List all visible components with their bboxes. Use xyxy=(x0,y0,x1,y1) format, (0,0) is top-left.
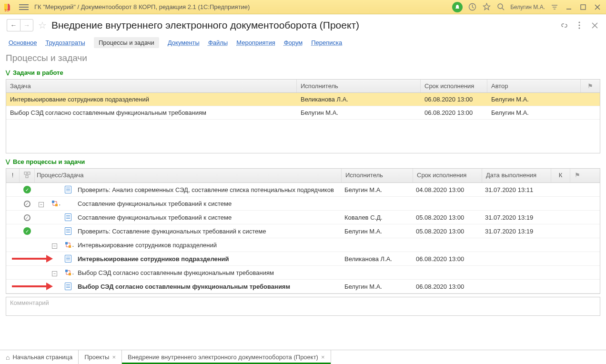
cell-tree-a: − xyxy=(35,198,48,209)
link-icon[interactable] xyxy=(559,20,569,30)
close-icon[interactable] xyxy=(590,20,599,30)
cell-due: 04.08.2020 13:00 xyxy=(413,184,482,195)
cell-flag xyxy=(581,106,600,119)
user-name[interactable]: Белугин М.А. xyxy=(510,4,545,10)
cell-k xyxy=(551,215,570,219)
cell-due: 06.08.2020 13:00 xyxy=(421,93,487,106)
col-name[interactable]: Процесс/Задача xyxy=(35,169,342,182)
cell-k xyxy=(551,257,570,261)
tab-4[interactable]: Файлы xyxy=(208,39,228,46)
cell-name: Интервьюирование сотрудников подразделен… xyxy=(75,253,342,264)
tab-6[interactable]: Форум xyxy=(284,39,303,46)
search-icon[interactable] xyxy=(496,2,505,12)
bottom-tab-0[interactable]: ⌂Начальная страница xyxy=(0,350,79,364)
col-executor[interactable]: Исполнитель xyxy=(297,80,421,92)
cell-flag xyxy=(570,229,585,233)
table-row[interactable]: Интервьюирование сотрудников подразделен… xyxy=(6,93,600,106)
col-due[interactable]: Срок исполнения xyxy=(421,80,487,92)
bottom-tab-1[interactable]: Проекты× xyxy=(79,350,122,364)
nav-forward-button[interactable]: → xyxy=(20,19,33,31)
cell-executor: Великанова Л.А. xyxy=(342,253,413,264)
tab-2[interactable]: Процессы и задачи xyxy=(94,37,159,48)
cell-k xyxy=(551,202,570,205)
comment-input[interactable]: Комментарий xyxy=(6,297,600,316)
settings-icon[interactable] xyxy=(550,2,559,12)
cell-tree-b xyxy=(48,215,61,219)
col-status[interactable] xyxy=(20,169,35,182)
close-tab-icon[interactable]: × xyxy=(112,354,116,361)
notifications-button[interactable] xyxy=(452,2,463,12)
tasks-in-progress-label: Задачи в работе xyxy=(13,69,63,76)
col-author[interactable]: Автор xyxy=(487,80,581,92)
cell-due: 05.08.2020 13:00 xyxy=(413,212,482,223)
cell-name: Выбор СЭД согласно составленным функцион… xyxy=(75,267,342,278)
cell-flag xyxy=(570,257,585,261)
bottom-tab-2[interactable]: Внедрение внутреннего электронного докум… xyxy=(122,350,331,364)
close-tab-icon[interactable]: × xyxy=(321,354,325,361)
cell-tree-c xyxy=(61,202,75,205)
page-title: Внедрение внутреннего электронного докум… xyxy=(51,20,555,31)
tree-toggle[interactable]: − xyxy=(52,243,57,249)
maximize-button[interactable] xyxy=(578,2,588,12)
cell-done xyxy=(482,271,551,274)
cell-done: 31.07.2020 13:19 xyxy=(482,226,551,237)
table-row[interactable]: ✓ Проверить: Анализ современных СЭД, сос… xyxy=(6,183,600,197)
close-window-button[interactable] xyxy=(593,2,602,12)
cell-tree-b xyxy=(48,229,61,233)
cell-tree-a xyxy=(35,229,48,233)
table-row[interactable]: − Выбор СЭД согласно составленным функци… xyxy=(6,266,600,280)
tasks-in-progress-header[interactable]: ⋁ Задачи в работе xyxy=(0,67,606,78)
table-row[interactable]: Выбор СЭД согласно составленным функцион… xyxy=(6,106,600,120)
section-title: Процессы и задачи xyxy=(0,53,606,67)
cell-tree-c xyxy=(61,225,75,237)
more-icon[interactable] xyxy=(575,20,584,30)
tree-toggle[interactable]: − xyxy=(39,202,44,207)
table-row[interactable]: Выбор СЭД согласно составленным функцион… xyxy=(6,280,600,293)
tab-1[interactable]: Трудозатраты xyxy=(46,39,85,46)
tab-0[interactable]: Основное xyxy=(9,39,37,46)
chevron-down-icon: ⋁ xyxy=(6,159,10,165)
home-icon: ⌂ xyxy=(6,354,10,361)
cell-status xyxy=(20,271,35,274)
cell-k xyxy=(551,243,570,247)
cell-done: 31.07.2020 13:19 xyxy=(482,212,551,223)
window-title: ГК "Меркурий" / Документооборот 8 КОРП, … xyxy=(34,3,452,10)
col-flag[interactable]: ⚑ xyxy=(570,169,585,182)
col-task[interactable]: Задача xyxy=(6,80,297,92)
tab-7[interactable]: Переписка xyxy=(311,39,342,46)
cell-tree-a xyxy=(35,257,48,261)
titlebar: 1С ГК "Меркурий" / Документооборот 8 КОР… xyxy=(0,0,606,14)
favorite-star-icon[interactable]: ☆ xyxy=(38,20,47,31)
bottom-tab-label: Внедрение внутреннего электронного докум… xyxy=(128,354,318,361)
all-processes-header[interactable]: ⋁ Все процессы и задачи xyxy=(0,156,606,167)
tab-5[interactable]: Мероприятия xyxy=(236,39,275,46)
table-row[interactable]: ✓ Проверить: Составление функциональных … xyxy=(6,224,600,238)
tab-3[interactable]: Документы xyxy=(168,39,200,46)
cell-done xyxy=(482,243,551,247)
tree-toggle[interactable]: − xyxy=(52,271,57,276)
svg-rect-23 xyxy=(69,245,71,248)
col-k[interactable]: К xyxy=(551,169,570,182)
col-executor[interactable]: Исполнитель xyxy=(342,169,413,182)
tasks-in-progress-table: Задача Исполнитель Срок исполнения Автор… xyxy=(6,79,600,153)
table-row[interactable]: ✓ Составление функциональных требований … xyxy=(6,211,600,224)
minimize-button[interactable] xyxy=(564,2,574,12)
history-icon[interactable] xyxy=(467,2,477,12)
table-row[interactable]: − Интервьюирование сотрудников подраздел… xyxy=(6,238,600,252)
col-importance[interactable]: ! xyxy=(6,169,20,182)
svg-rect-20 xyxy=(52,201,54,203)
svg-rect-22 xyxy=(65,242,68,244)
table-row[interactable]: ✓ − Составление функциональных требовани… xyxy=(6,197,600,211)
main-menu-button[interactable] xyxy=(19,2,29,12)
col-flag[interactable]: ⚑ xyxy=(581,80,600,92)
favorites-icon[interactable] xyxy=(482,2,491,12)
cell-flag xyxy=(581,93,600,106)
cell-tree-c xyxy=(61,281,75,293)
document-icon xyxy=(65,213,71,221)
table-row[interactable]: Интервьюирование сотрудников подразделен… xyxy=(6,252,600,266)
col-due[interactable]: Срок исполнения xyxy=(413,169,482,182)
nav-back-button[interactable]: ← xyxy=(7,19,20,31)
col-done[interactable]: Дата выполнения xyxy=(482,169,551,182)
flag-icon: ⚑ xyxy=(587,82,593,90)
svg-rect-17 xyxy=(24,172,27,174)
